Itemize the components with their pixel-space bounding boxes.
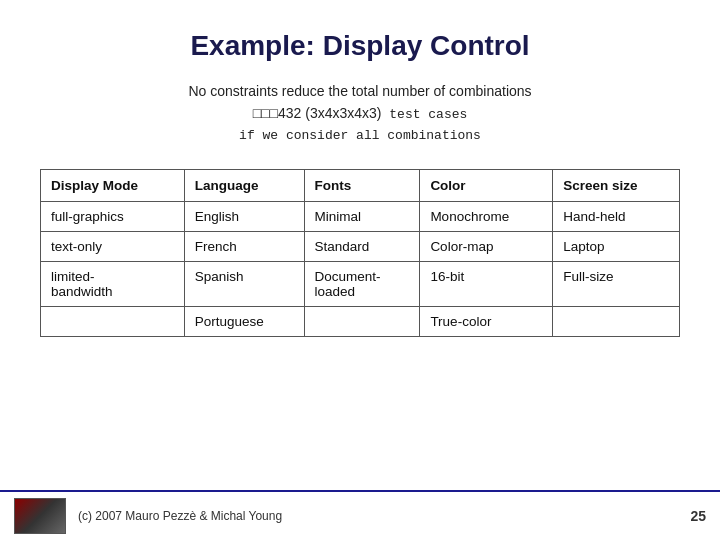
col-header-display-mode: Display Mode <box>41 169 185 201</box>
footer-logo <box>14 498 66 534</box>
table-row: text-only French Standard Color-map Lapt… <box>41 231 680 261</box>
description-line2-mono: test cases <box>382 107 468 122</box>
description-line2: □□□432 (3x4x3x4x3) test cases <box>40 102 680 126</box>
cell-display-mode-0: full-graphics <box>41 201 185 231</box>
cell-screen-1: Laptop <box>553 231 680 261</box>
col-header-color: Color <box>420 169 553 201</box>
description-block: No constraints reduce the total number o… <box>40 80 680 147</box>
footer-page-number: 25 <box>690 508 706 524</box>
cell-display-mode-1: text-only <box>41 231 185 261</box>
table-row: limited-bandwidth Spanish Document-loade… <box>41 261 680 306</box>
footer-copyright: (c) 2007 Mauro Pezzè & Michal Young <box>78 509 690 523</box>
cell-fonts-2: Document-loaded <box>304 261 420 306</box>
cell-language-2: Spanish <box>184 261 304 306</box>
cell-display-mode-3 <box>41 306 185 336</box>
footer: (c) 2007 Mauro Pezzè & Michal Young 25 <box>0 490 720 540</box>
col-header-fonts: Fonts <box>304 169 420 201</box>
slide-title: Example: Display Control <box>40 30 680 62</box>
cell-language-1: French <box>184 231 304 261</box>
slide: Example: Display Control No constraints … <box>0 0 720 540</box>
cell-screen-0: Hand-held <box>553 201 680 231</box>
cell-fonts-3 <box>304 306 420 336</box>
cell-fonts-0: Minimal <box>304 201 420 231</box>
combinations-table: Display Mode Language Fonts Color Screen… <box>40 169 680 337</box>
cell-fonts-1: Standard <box>304 231 420 261</box>
table-row: Portuguese True-color <box>41 306 680 336</box>
description-line3: if we consider all combinations <box>40 126 680 147</box>
cell-color-2: 16-bit <box>420 261 553 306</box>
cell-screen-2: Full-size <box>553 261 680 306</box>
table-header-row: Display Mode Language Fonts Color Screen… <box>41 169 680 201</box>
cell-language-0: English <box>184 201 304 231</box>
table-row: full-graphics English Minimal Monochrome… <box>41 201 680 231</box>
cell-display-mode-2: limited-bandwidth <box>41 261 185 306</box>
cell-screen-3 <box>553 306 680 336</box>
col-header-screen-size: Screen size <box>553 169 680 201</box>
description-line2-normal: □□□432 (3x4x3x4x3) <box>253 105 382 121</box>
footer-logo-image <box>15 499 65 533</box>
cell-language-3: Portuguese <box>184 306 304 336</box>
description-line1: No constraints reduce the total number o… <box>40 80 680 102</box>
cell-color-0: Monochrome <box>420 201 553 231</box>
cell-color-3: True-color <box>420 306 553 336</box>
col-header-language: Language <box>184 169 304 201</box>
cell-color-1: Color-map <box>420 231 553 261</box>
